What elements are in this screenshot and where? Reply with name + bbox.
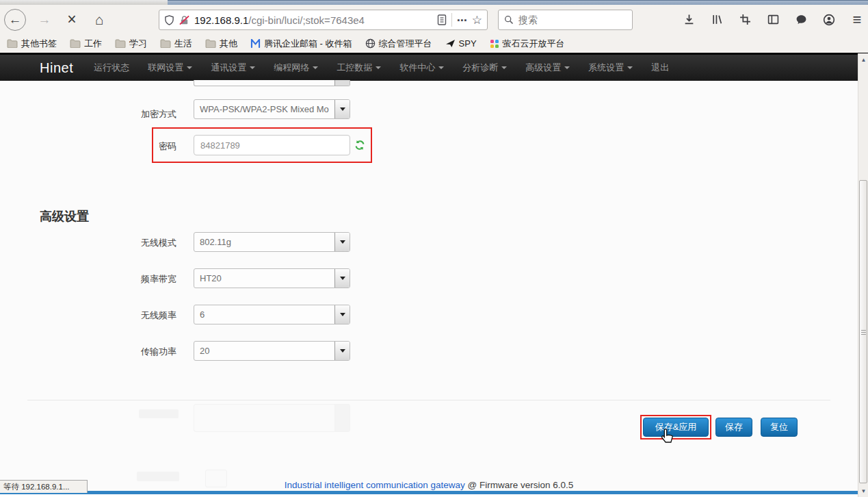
chevron-down-icon: [627, 66, 633, 69]
sidebar-icon[interactable]: [766, 13, 780, 27]
home-button[interactable]: ⌂: [90, 11, 108, 29]
library-icon[interactable]: [710, 13, 724, 27]
scrollbar[interactable]: ▲ ▼: [858, 53, 868, 497]
chevron-down-icon: [187, 66, 192, 69]
status-text: 等待 192.168.9.1...: [3, 483, 70, 491]
urlbar-divider: [451, 13, 452, 27]
bookmark-spy[interactable]: SPY: [445, 38, 477, 49]
search-icon: [504, 15, 514, 25]
tx-power-select[interactable]: 20: [194, 341, 350, 361]
scrollbar-thumb[interactable]: [859, 180, 867, 483]
search-input[interactable]: [518, 14, 627, 25]
nav-item-diagnosis[interactable]: 分析诊断: [462, 62, 507, 74]
save-apply-button[interactable]: 保存&应用: [643, 418, 709, 437]
select-arrow-icon[interactable]: [334, 233, 350, 251]
bookmark-study-folder[interactable]: 学习: [115, 38, 147, 50]
channel-select[interactable]: 6: [194, 305, 350, 324]
nav-item-software[interactable]: 软件中心: [399, 62, 444, 74]
clipped-select-arrow: [334, 80, 350, 86]
back-icon: ←: [9, 12, 22, 27]
clipped-field: [194, 80, 350, 86]
bookmark-work-folder[interactable]: 工作: [70, 38, 102, 50]
wireless-mode-select[interactable]: 802.11g: [194, 232, 350, 252]
url-path: /cgi-bin/luci/;stok=7643e4: [248, 14, 365, 26]
select-arrow-icon[interactable]: [334, 100, 350, 118]
chevron-down-icon: [313, 66, 318, 69]
globe-icon: [365, 38, 376, 49]
bookmark-label: 综合管理平台: [379, 38, 432, 50]
screenshot-icon[interactable]: [738, 13, 752, 27]
window-titlebar: [168, 0, 868, 5]
nav-item-system[interactable]: 系统设置: [588, 62, 633, 74]
nav-item-programming[interactable]: 编程网络: [274, 62, 318, 74]
nav-item-industrial-data[interactable]: 工控数据: [337, 62, 381, 74]
browser-toolbar: ← → × ⌂ 192.168.9.1/cgi-bin/luci/;stok=7…: [0, 5, 868, 34]
download-icon[interactable]: [682, 13, 696, 27]
bookmark-life-folder[interactable]: 生活: [160, 38, 192, 50]
bookmark-label: 生活: [174, 38, 192, 50]
bookmark-label: 萤石云开放平台: [503, 38, 565, 50]
insecure-lock-icon[interactable]: [179, 15, 189, 25]
save-button[interactable]: 保存: [715, 418, 752, 437]
page-actions-icon[interactable]: ⋯: [457, 15, 467, 25]
footer-link[interactable]: Industrial intelligent communication gat…: [285, 480, 465, 490]
account-icon[interactable]: [822, 13, 836, 27]
bookmark-label: 腾讯企业邮箱 - 收件箱: [264, 38, 352, 50]
browser-tab-strip: [0, 0, 168, 5]
firefox-window: ← → × ⌂ 192.168.9.1/cgi-bin/luci/;stok=7…: [0, 0, 868, 497]
chevron-down-icon: [438, 66, 444, 69]
bookmark-mgmt-platform[interactable]: 综合管理平台: [365, 38, 432, 50]
bookmark-star-icon[interactable]: ☆: [472, 14, 482, 26]
scroll-up-icon[interactable]: ▲: [858, 55, 868, 64]
nav-item-advanced[interactable]: 高级设置: [525, 62, 570, 74]
select-arrow-icon[interactable]: [334, 305, 350, 324]
bookmark-ezviz[interactable]: 萤石云开放平台: [490, 38, 565, 50]
scroll-down-icon[interactable]: ▼: [858, 486, 868, 496]
nav-item-network[interactable]: 联网设置: [148, 62, 192, 74]
folder-icon: [7, 39, 18, 48]
forward-button[interactable]: →: [36, 11, 53, 29]
chevron-down-icon: [376, 66, 381, 69]
ezviz-icon: [490, 39, 499, 49]
folder-icon: [160, 39, 171, 48]
chevron-down-icon: [250, 66, 255, 69]
field-label-wireless-mode: 无线模式: [67, 237, 176, 249]
reset-button[interactable]: 复位: [761, 418, 798, 437]
nav-item-status[interactable]: 运行状态: [94, 62, 129, 74]
nav-item-comm[interactable]: 通讯设置: [211, 62, 255, 74]
menu-icon[interactable]: ≡: [850, 13, 864, 27]
bookmark-misc-folder[interactable]: 其他: [205, 38, 237, 50]
bookmark-label: 其他书签: [21, 38, 57, 50]
select-arrow-icon[interactable]: [334, 342, 350, 360]
url-bar[interactable]: 192.168.9.1/cgi-bin/luci/;stok=7643e4 ⋯ …: [159, 10, 488, 30]
back-button[interactable]: ←: [4, 9, 26, 31]
reader-mode-icon[interactable]: [437, 14, 447, 25]
password-input[interactable]: [194, 135, 350, 155]
encryption-select[interactable]: WPA-PSK/WPA2-PSK Mixed Mo: [194, 99, 350, 119]
bookmark-label: 工作: [84, 38, 102, 50]
refresh-icon[interactable]: [354, 140, 365, 151]
messenger-icon[interactable]: [794, 13, 808, 27]
bookmark-label: SPY: [459, 38, 477, 49]
select-arrow-icon[interactable]: [334, 269, 350, 288]
nav-item-logout[interactable]: 退出: [651, 62, 669, 74]
folder-icon: [70, 39, 81, 48]
search-bar[interactable]: [498, 10, 633, 30]
router-navbar: Hinet 运行状态 联网设置 通讯设置 编程网络 工控数据 软件中心 分析诊断…: [0, 55, 858, 81]
field-label-channel: 无线频率: [67, 309, 176, 322]
stop-button[interactable]: ×: [63, 11, 81, 29]
brand-logo[interactable]: Hinet: [40, 60, 73, 76]
scrollbar-grip: [861, 330, 866, 336]
forward-icon: →: [38, 12, 51, 27]
url-text[interactable]: 192.168.9.1/cgi-bin/luci/;stok=7643e4: [194, 14, 432, 26]
folder-icon: [115, 39, 126, 48]
shield-icon[interactable]: [164, 15, 174, 25]
footer-white-gap: [0, 494, 858, 497]
field-label-password: 密码: [67, 140, 176, 153]
bandwidth-select[interactable]: HT20: [194, 268, 350, 288]
folder-icon: [205, 39, 216, 48]
bookmark-other-folder[interactable]: 其他书签: [7, 38, 57, 50]
section-title: 高级设置: [40, 208, 89, 225]
bookmark-label: 学习: [129, 38, 147, 50]
bookmark-exmail[interactable]: 腾讯企业邮箱 - 收件箱: [250, 38, 352, 50]
